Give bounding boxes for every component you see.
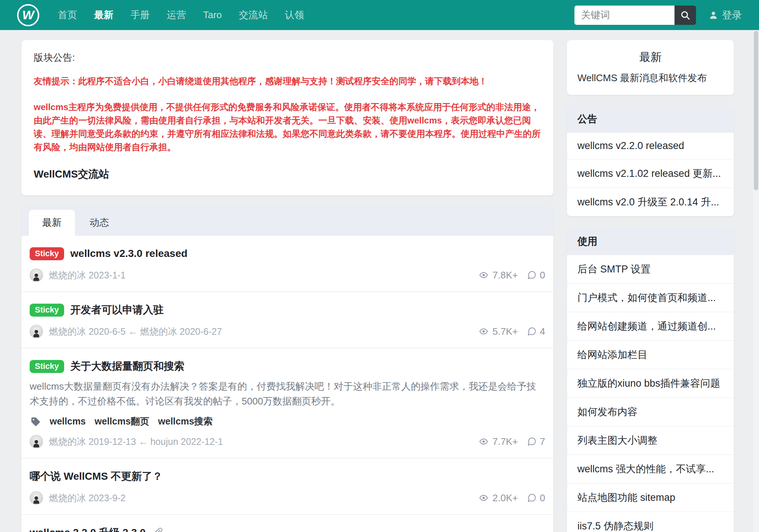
sticky-badge: Sticky: [30, 360, 64, 373]
thread-meta: 燃烧的冰 2020-6-5 ← 燃烧的冰 2020-6-27: [49, 326, 222, 338]
thread-stats: 2.0K+ 0: [478, 492, 545, 504]
sidebar-list-item[interactable]: wellcms 强大的性能，不试享...: [567, 455, 734, 483]
views-count: 7.7K+: [493, 436, 518, 447]
comments-stat: 7: [527, 436, 545, 447]
avatar[interactable]: [30, 325, 43, 338]
thread-list-item[interactable]: Sticky wellcms v2.3.0 released 燃烧的冰 2023…: [21, 236, 553, 291]
thread-title-row: Sticky 关于大数据量翻页和搜索: [30, 359, 545, 374]
comment-icon: [527, 327, 537, 336]
thread-stats: 7.8K+ 0: [478, 270, 545, 281]
sidebar-list-item[interactable]: wellcms v2.0 升级至 2.0.14 升...: [567, 188, 734, 216]
thread-meta: 燃烧的冰 2023-9-2: [49, 492, 126, 504]
sidebar-list: wellcms v2.2.0 releasedwellcms v2.1.02 r…: [567, 133, 734, 216]
thread-title-row: Sticky wellcms v2.3.0 released: [30, 246, 545, 261]
sidebar-latest-subtitle: WellCMS 最新消息和软件发布: [577, 72, 723, 85]
thread-list-item[interactable]: 哪个说 WellCMS 不更新了？ 燃烧的冰 2023-9-2: [21, 458, 553, 514]
thread-meta: 燃烧的冰 2019-12-13 ← houjun 2022-12-1: [49, 436, 223, 448]
nav-link[interactable]: 手册: [130, 9, 150, 22]
sticky-badge: Sticky: [30, 247, 64, 260]
tag-link[interactable]: wellcms翻页: [95, 415, 149, 427]
views-stat: 7.7K+: [478, 436, 518, 447]
site-logo-letter: W: [22, 8, 34, 22]
thread-list-item[interactable]: wellcms 2.2.0 升级 2.3.0: [21, 514, 553, 532]
sidebar-section-card: 使用 后台 SMTP 设置门户模式，如何使首页和频道...给网站创建频道，通过频…: [567, 228, 734, 532]
tab[interactable]: 动态: [76, 210, 122, 236]
views-count: 5.7K+: [493, 326, 518, 337]
thread-meta-row: 燃烧的冰 2019-12-13 ← houjun 2022-12-1 7.7K+: [30, 435, 545, 448]
avatar[interactable]: [30, 268, 43, 282]
avatar[interactable]: [30, 435, 43, 448]
nav-link[interactable]: 最新: [94, 9, 113, 22]
thread-list-card: 最新动态 Sticky wellcms v2.3.0 released 燃烧的冰…: [21, 205, 553, 532]
sidebar-latest-title: 最新: [577, 50, 723, 65]
sidebar-section-card: 公告 wellcms v2.2.0 releasedwellcms v2.1.0…: [567, 105, 734, 216]
thread-title[interactable]: wellcms v2.3.0 released: [70, 246, 188, 261]
avatar[interactable]: [30, 491, 43, 505]
thread-title-row: wellcms 2.2.0 升级 2.3.0: [30, 525, 545, 532]
search-input[interactable]: [574, 6, 675, 25]
login-link[interactable]: 登录: [709, 9, 742, 22]
comments-stat: 4: [527, 326, 545, 337]
comments-count: 0: [540, 270, 545, 281]
sidebar-list-item[interactable]: 站点地图功能 sitemap: [567, 483, 734, 512]
sidebar-list-item[interactable]: 列表主图大小调整: [567, 426, 734, 455]
search-box: [574, 6, 696, 25]
sidebar-list-item[interactable]: 后台 SMTP 设置: [567, 255, 734, 283]
thread-stats: 5.7K+ 4: [478, 326, 545, 337]
page-body: 版块公告: 友情提示：此程序不适合小白，小白请绕道使用其他程序，感谢理解与支持！…: [0, 30, 759, 532]
announcement-warning-2: wellcms主程序为免费提供使用，不提供任何形式的免费服务和风险承诺保证。使用…: [34, 100, 541, 154]
sidebar-section-header: 公告: [567, 105, 734, 133]
thread-title[interactable]: 开发者可以申请入驻: [70, 303, 164, 317]
sidebar-list-item[interactable]: wellcms v2.1.02 released 更新...: [567, 159, 734, 188]
comment-icon: [527, 270, 537, 280]
search-icon: [680, 10, 690, 20]
board-announcement-card: 版块公告: 友情提示：此程序不适合小白，小白请绕道使用其他程序，感谢理解与支持！…: [21, 40, 553, 195]
eye-icon: [478, 271, 489, 280]
thread-meta-row: 燃烧的冰 2020-6-5 ← 燃烧的冰 2020-6-27 5.7K+: [30, 325, 545, 338]
main-content: 版块公告: 友情提示：此程序不适合小白，小白请绕道使用其他程序，感谢理解与支持！…: [21, 40, 553, 532]
thread-title[interactable]: 关于大数据量翻页和搜索: [70, 359, 185, 374]
announcement-site-name: WellCMS交流站: [34, 167, 541, 181]
sidebar-list-item[interactable]: iis7.5 伪静态规则: [567, 512, 734, 532]
tag-link[interactable]: wellcms搜索: [158, 415, 213, 427]
thread-list-item[interactable]: Sticky 开发者可以申请入驻 燃烧的冰 2020-6-5 ← 燃烧的冰 20…: [21, 291, 553, 348]
thread-tabs: 最新动态: [21, 205, 553, 236]
search-button[interactable]: [675, 6, 696, 25]
views-count: 2.0K+: [493, 492, 518, 504]
sidebar-list-item[interactable]: 独立版的xiuno bbs插件兼容问题: [567, 369, 734, 397]
nav-links: 首页最新手册运营Taro交流站认领: [58, 9, 304, 22]
sidebar-list-item[interactable]: 给网站创建频道，通过频道创...: [567, 312, 734, 340]
scrollbar-thumb[interactable]: [754, 31, 758, 190]
thread-title[interactable]: wellcms 2.2.0 升级 2.3.0: [30, 525, 146, 532]
nav-link[interactable]: 认领: [285, 9, 304, 22]
comments-count: 0: [540, 492, 545, 504]
thread-meta: 燃烧的冰 2023-1-1: [49, 269, 126, 281]
sidebar-section-header: 使用: [567, 228, 734, 255]
thread-title-row: Sticky 开发者可以申请入驻: [30, 303, 545, 317]
site-logo[interactable]: W: [17, 4, 39, 26]
sidebar-list-item[interactable]: 门户模式，如何使首页和频道...: [567, 283, 734, 312]
tag-link[interactable]: wellcms: [50, 416, 86, 427]
sidebar-sections: 公告 wellcms v2.2.0 releasedwellcms v2.1.0…: [567, 105, 734, 532]
sidebar-list-item[interactable]: wellcms v2.2.0 released: [567, 133, 734, 159]
comments-count: 4: [540, 326, 545, 337]
announcement-warning-1: 友情提示：此程序不适合小白，小白请绕道使用其他程序，感谢理解与支持！测试程序安全…: [34, 75, 541, 88]
nav-link[interactable]: 交流站: [239, 9, 268, 22]
tab[interactable]: 最新: [29, 210, 75, 236]
thread-title[interactable]: 哪个说 WellCMS 不更新了？: [30, 469, 163, 484]
nav-link[interactable]: 首页: [58, 9, 77, 22]
nav-link[interactable]: 运营: [167, 9, 186, 22]
sidebar-list-item[interactable]: 给网站添加栏目: [567, 340, 734, 369]
views-stat: 5.7K+: [478, 326, 518, 337]
tag-icon: [30, 416, 41, 427]
thread-meta-row: 燃烧的冰 2023-9-2 2.0K+: [30, 491, 545, 505]
thread-title-row: 哪个说 WellCMS 不更新了？: [30, 469, 545, 484]
views-count: 7.8K+: [493, 270, 518, 281]
thread-list-item[interactable]: Sticky 关于大数据量翻页和搜索 wellcms大数据量翻页有没有办法解决？…: [21, 348, 553, 458]
nav-link[interactable]: Taro: [203, 9, 222, 21]
comments-count: 7: [540, 436, 545, 447]
sidebar-list-item[interactable]: 如何发布内容: [567, 397, 734, 426]
nav-right: 登录: [574, 6, 742, 25]
thread-list: Sticky wellcms v2.3.0 released 燃烧的冰 2023…: [21, 236, 553, 532]
scrollbar: [753, 30, 759, 532]
